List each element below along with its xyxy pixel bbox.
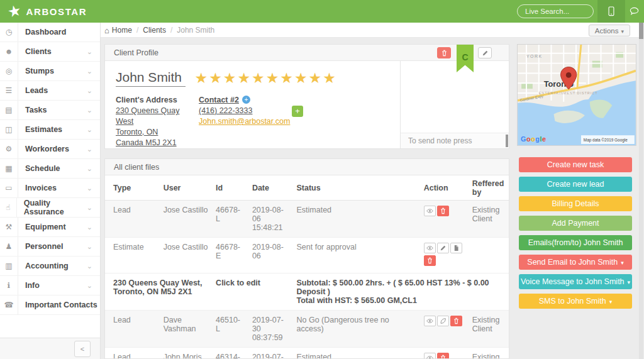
star-icon[interactable]: ★ [195,70,209,86]
cell-actions [420,348,469,359]
view-action-button[interactable] [424,353,436,359]
client-address-line[interactable]: 230 Queens Quay West [116,106,199,127]
cell-id: 46510-L [212,311,248,348]
mobile-app-button[interactable] [597,0,625,23]
sidebar-item-clients[interactable]: ☻Clients⌄ [0,42,100,62]
clients-icon: ☻ [0,42,18,61]
sidebar-item-invoices[interactable]: ▭Invoices⌄ [0,179,100,198]
sms-to-john-smith-button[interactable]: SMS to John Smith▾ [519,294,632,309]
trash-icon [426,257,433,264]
cell-type: Lead [105,348,160,359]
chevron-down-icon: ⌄ [87,140,100,158]
page-scrollbar-thumb[interactable] [639,23,643,39]
sidebar-item-info[interactable]: ℹInfo⌄ [0,276,100,295]
eye-icon [426,207,433,214]
sidebar-item-workorders[interactable]: ⚙Workorders⌄ [0,140,100,159]
cell-type: Estimate [105,238,160,273]
star-icon[interactable]: ★ [266,70,280,86]
add-payment-button[interactable]: Add Payment [519,216,632,231]
note-scrollbar-thumb[interactable] [506,135,508,147]
client-address-line[interactable]: Canada M5J 2X1 [116,138,199,148]
client-info-row: Client's Address 230 Queens Quay West To… [116,95,399,148]
client-files-panel: All client files TypeUserIdDateStatusAct… [104,158,509,359]
column-header-date: Date [248,175,293,201]
sidebar-item-stumps[interactable]: ◎Stumps⌄ [0,62,100,81]
delete-action-button[interactable] [450,316,462,326]
star-icon[interactable]: ★ [309,70,323,86]
star-icon[interactable]: ★ [280,70,294,86]
breadcrumb-clients[interactable]: Clients [143,26,166,35]
cell-id: 46678-L [212,201,248,238]
file-action-button[interactable] [450,243,462,253]
star-icon[interactable]: ★ [252,70,266,86]
sidebar-item-personnel[interactable]: ♟Personnel⌄ [0,237,100,257]
sidebar-item-estimates[interactable]: ◫Estimates⌄ [0,120,100,140]
chevron-down-icon: ⌄ [87,101,100,119]
trash-icon [441,50,448,57]
file-row: LeadJohn Moris46314-L2019-07-22 12:17:08… [105,348,509,359]
send-email-to-john-smith-button[interactable]: Send Email to John Smith▾ [519,255,632,270]
billing-details-button[interactable]: Billing Details [519,196,632,211]
create-new-task-button[interactable]: Create new task [519,157,632,172]
client-contact-block: Contact #2+ (416) 222-3333 John.smith@ar… [199,95,292,148]
delete-action-button[interactable] [437,353,449,359]
emails-from-to-john-smith-button[interactable]: Emails(from/to) John Smith [519,235,632,250]
client-address-line[interactable]: Toronto, ON [116,127,199,138]
summary-edit-hint[interactable]: Click to edit [212,273,292,311]
live-search-input[interactable] [517,4,594,18]
cell-referred: Existing Client [469,201,509,238]
delete-action-button[interactable] [437,206,449,216]
estimates-icon: ◫ [0,120,18,139]
edit-client-button[interactable] [478,47,492,58]
sidebar-item-important-contacts[interactable]: ☎Important Contacts [0,295,100,315]
delete-client-button[interactable] [437,47,451,58]
note-input[interactable] [401,133,509,148]
sidebar-item-equipment[interactable]: ⚒Equipment⌄ [0,218,100,237]
quick-actions-panel: Create new taskCreate new leadBilling De… [519,157,632,313]
client-phone-link[interactable]: (416) 222-3333 [199,106,292,116]
sidebar-item-dashboard[interactable]: ◷Dashboard [0,23,100,42]
leads-icon: ☰ [0,81,18,100]
page-scrollbar[interactable] [639,23,643,359]
sidebar-item-quality-assurance[interactable]: ☝Quality Assurance⌄ [0,198,100,218]
client-email-link[interactable]: John.smith@arbostar.com [199,116,292,127]
cell-date: 2019-08-06 15:48:21 [248,201,293,238]
pencil-icon [482,50,489,57]
actions-dropdown-button[interactable]: Actions▾ [589,25,630,36]
caret-down-icon: ▾ [609,299,613,305]
client-name[interactable]: John Smith [116,70,186,87]
edit-action-button[interactable] [437,243,449,253]
breadcrumb-separator: / [136,26,138,35]
sidebar-item-schedule[interactable]: ▦Schedule⌄ [0,159,100,179]
star-icon[interactable]: ★ [323,70,337,86]
sidebar-item-accounting[interactable]: ▥Accounting⌄ [0,257,100,276]
chat-button[interactable] [626,0,641,23]
star-icon[interactable]: ★ [223,70,238,86]
summary-address: 230 Queens Quay West, Toronto, ON M5J 2X… [105,273,212,311]
create-new-lead-button[interactable]: Create new lead [519,177,632,192]
client-rating[interactable]: ★★★★★★★★★★ [195,70,337,87]
add-contact-button[interactable]: + [292,106,303,117]
sidebar-collapse-button[interactable]: < [74,341,91,357]
add-contact-icon[interactable]: + [242,96,250,104]
star-icon[interactable]: ★ [209,70,223,86]
view-action-button[interactable] [424,316,436,326]
workorders-icon: ⚙ [0,140,18,158]
breadcrumb-current: John Smith [177,26,214,35]
sidebar-item-leads[interactable]: ☰Leads⌄ [0,81,100,101]
map-label-york: YORK [526,54,543,58]
star-icon[interactable]: ★ [237,70,252,86]
chevron-down-icon: ⌄ [87,120,100,139]
file-icon [453,245,460,251]
voice-message-to-john-smith-button[interactable]: Voice Message to John Smith▾ [519,274,632,289]
delete-action-button[interactable] [424,255,436,266]
contact-label[interactable]: Contact #2 [199,96,239,104]
view-action-button[interactable] [424,243,436,253]
leaf-action-button[interactable] [437,316,449,326]
client-location-map[interactable]: YORK Toronto ENTERTAINMENT DISTRICT Gard… [517,44,636,146]
view-action-button[interactable] [424,206,436,216]
star-icon[interactable]: ★ [294,70,309,86]
brand-logo[interactable]: ★ ARBOSTAR [8,0,87,23]
sidebar-item-tasks[interactable]: ▤Tasks⌄ [0,101,100,120]
breadcrumb-home[interactable]: Home [112,26,132,35]
